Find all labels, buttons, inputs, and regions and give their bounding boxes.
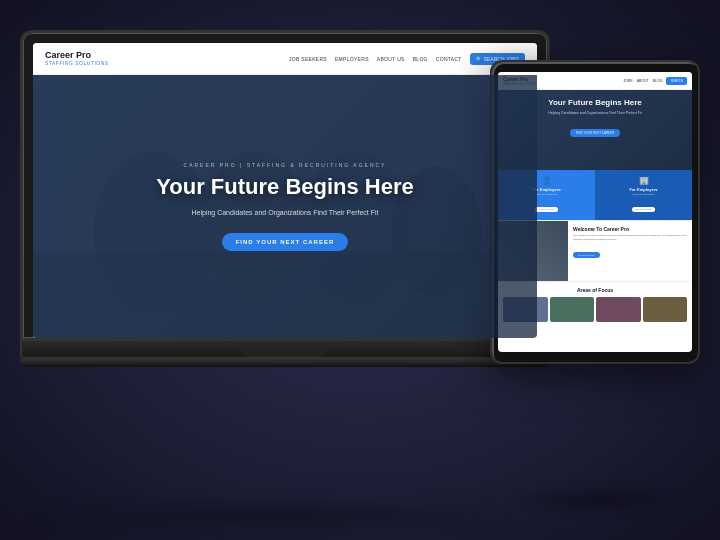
laptop-base xyxy=(20,341,550,359)
tablet-hero-cta[interactable]: FIND YOUR NEXT CAREER xyxy=(570,129,621,137)
hero-cta-button[interactable]: FIND YOUR NEXT CAREER xyxy=(222,233,349,251)
nav-link-jobseekers[interactable]: JOB SEEKERS xyxy=(289,56,327,62)
laptop-shadow xyxy=(20,505,520,525)
scene: Career Pro STAFFING SOLUTIONS JOB SEEKER… xyxy=(0,0,720,540)
employer-icon: 🏢 xyxy=(599,176,688,185)
laptop-hero: CAREER PRO | STAFFING & RECRUITING AGENC… xyxy=(33,75,537,338)
laptop-screen: Career Pro STAFFING SOLUTIONS JOB SEEKER… xyxy=(33,43,537,338)
tablet-search-button[interactable]: SEARCH xyxy=(666,77,687,85)
card-employees-btn[interactable]: APPLY NOW xyxy=(535,207,558,212)
hero-title: Your Future Begins Here xyxy=(156,174,414,200)
laptop-logo: Career Pro STAFFING SOLUTIONS xyxy=(45,51,109,66)
laptop-navbar: Career Pro STAFFING SOLUTIONS JOB SEEKER… xyxy=(33,43,537,75)
nav-link-employers[interactable]: EMPLOYERS xyxy=(335,56,369,62)
card-employers-title: For Employers xyxy=(599,187,688,192)
laptop-logo-tagline: STAFFING SOLUTIONS xyxy=(45,60,109,66)
nav-link-blog[interactable]: BLOG xyxy=(413,56,428,62)
tablet-hero-subtitle: Helping Candidates and Organizations Fin… xyxy=(504,111,686,115)
nav-link-contact[interactable]: CONTACT xyxy=(436,56,462,62)
nav-link-about[interactable]: ABOUT US xyxy=(377,56,405,62)
hero-eyebrow: CAREER PRO | STAFFING & RECRUITING AGENC… xyxy=(156,162,414,168)
tablet-hero: Your Future Begins Here Helping Candidat… xyxy=(498,90,692,170)
welcome-button[interactable]: LEARN MORE xyxy=(573,252,600,258)
card-employers-sub: Find the right talent xyxy=(599,193,688,196)
tablet-hero-title: Your Future Begins Here xyxy=(504,98,686,108)
focus-item-3 xyxy=(596,297,641,322)
focus-item-4 xyxy=(643,297,688,322)
tablet-welcome-text: Welcome To Career Pro We connect talente… xyxy=(568,221,692,281)
laptop-website: Career Pro STAFFING SOLUTIONS JOB SEEKER… xyxy=(33,43,537,338)
laptop-stand xyxy=(20,359,550,367)
card-employers-btn[interactable]: READ MORE xyxy=(632,207,655,212)
focus-item-2 xyxy=(550,297,595,322)
tablet-nav-blog[interactable]: BLOG xyxy=(653,79,663,83)
tablet-hero-content: Your Future Begins Here Helping Candidat… xyxy=(498,90,692,138)
tablet-shadow xyxy=(510,490,690,510)
laptop-device: Career Pro STAFFING SOLUTIONS JOB SEEKER… xyxy=(20,30,550,367)
tablet-nav-jobs[interactable]: JOBS xyxy=(624,79,633,83)
tablet-nav-about[interactable]: ABOUT xyxy=(637,79,649,83)
welcome-title: Welcome To Career Pro xyxy=(573,226,687,232)
laptop-logo-name: Career Pro xyxy=(45,51,109,60)
tablet-card-employers: 🏢 For Employers Find the right talent RE… xyxy=(595,170,692,220)
laptop-screen-wrapper: Career Pro STAFFING SOLUTIONS JOB SEEKER… xyxy=(20,30,550,341)
hero-subtitle: Helping Candidates and Organizations Fin… xyxy=(156,209,414,216)
search-icon: 🔍 xyxy=(476,56,482,62)
welcome-description: We connect talented professionals with l… xyxy=(573,234,687,242)
hero-content: CAREER PRO | STAFFING & RECRUITING AGENC… xyxy=(136,162,434,250)
tablet-nav-links: JOBS ABOUT BLOG SEARCH xyxy=(624,77,687,85)
